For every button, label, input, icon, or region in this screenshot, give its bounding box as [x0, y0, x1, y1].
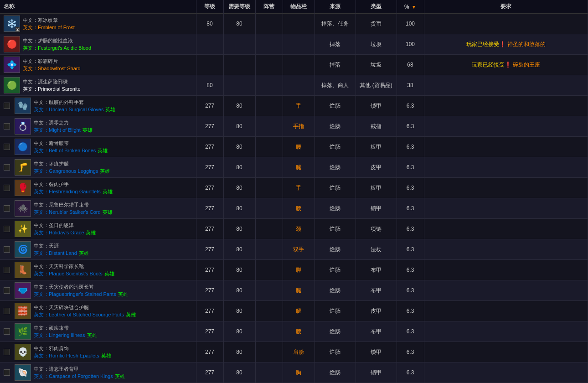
item-slot [283, 55, 315, 75]
require-link[interactable]: 碎裂的王座 [513, 62, 540, 68]
hero-badge: 英雄 [79, 250, 89, 256]
item-team [255, 34, 283, 55]
item-source: 烂肠 [315, 362, 356, 383]
item-names: 中文：圣日的恩泽 英文：Holiday's Grace英雄 [34, 222, 96, 236]
item-pct: 6.3 [397, 342, 424, 362]
item-checkbox[interactable] [4, 144, 10, 150]
item-cn-name: 中文：炉肠的酸性血液 [23, 37, 91, 44]
table-row: 🧤 中文：航脏的外科手套 英文：Unclean Surgical Gloves英… [0, 96, 588, 116]
item-name-cell: 👢 中文：天灾科学家长靴 英文：Plague Scientist's Boots… [0, 260, 196, 280]
item-cell: 🥊 中文：裂肉护手 英文：Fleshrending Gauntlets英雄 [4, 180, 192, 196]
item-cn-name: 中文：源生萨隆邪珠 [23, 78, 81, 85]
item-slot: 腿 [283, 157, 315, 178]
item-pct: 38 [397, 75, 424, 96]
item-slot: 腰 [283, 321, 315, 342]
item-team [255, 178, 283, 198]
item-icon: 👢 [15, 262, 31, 278]
item-source: 烂肠 [315, 260, 356, 280]
item-checkbox[interactable] [4, 287, 10, 294]
item-cn-name: 中文：尼鲁巴尔猎手束带 [34, 202, 113, 208]
item-require [424, 96, 588, 116]
pct-text: 6.3 [407, 185, 414, 191]
table-row: 🩲 中文：天灾使者的污斑长裤 英文：Plaguebringer's Staine… [0, 280, 588, 301]
pct-text: 6.3 [407, 103, 414, 109]
type-text: 皮甲 [371, 164, 382, 171]
item-names: 中文：天灾碎块缝合护腿 英文：Leather of Stitched Scour… [34, 304, 136, 318]
item-en-name: 英文：Plague Scientist's Boots英雄 [34, 270, 114, 277]
item-names: 中文：顽疾束带 英文：Lingering Illness英雄 [34, 325, 97, 339]
item-icon: 🔴 [4, 36, 20, 52]
item-require: 玩家已经接受❗ 碎裂的王座 [424, 55, 588, 75]
item-checkbox[interactable] [4, 226, 10, 232]
item-checkbox[interactable] [4, 185, 10, 191]
item-cell: ❄️ 2 中文：寒冰纹章 英文：Emblem of Frost [4, 16, 192, 32]
source-text: 烂肠 [330, 308, 340, 314]
item-source: 烂肠 [315, 239, 356, 260]
hero-badge: 英雄 [105, 107, 115, 112]
item-source: 烂肠 [315, 342, 356, 362]
item-pct: 100 [397, 14, 424, 34]
item-icon: 🧱 [15, 303, 31, 319]
item-team [255, 116, 283, 137]
item-name-cell: 🟢 中文：源生萨隆邪珠 英文：Primordial Saronite [0, 75, 196, 96]
item-source: 烂肠 [315, 301, 356, 321]
item-name-cell: 💍 中文：凋零之力 英文：Might of Blight英雄 [0, 116, 196, 137]
item-cn-name: 中文：天涯 [34, 243, 89, 249]
item-req-level: 80 [223, 362, 255, 383]
item-en-name: 英文：Belt of Broken Bones英雄 [34, 147, 108, 154]
source-text: 掉落 [330, 41, 340, 47]
item-checkbox[interactable] [4, 328, 10, 335]
slot-text: 手 [296, 185, 301, 191]
item-checkbox[interactable] [4, 246, 10, 253]
item-checkbox[interactable] [4, 103, 10, 109]
item-pct: 6.3 [397, 362, 424, 383]
item-name-cell: 🧤 中文：航脏的外科手套 英文：Unclean Surgical Gloves英… [0, 96, 196, 116]
item-source: 掉落 [315, 34, 356, 55]
slot-text: 腰 [296, 328, 301, 335]
type-text: 锁甲 [371, 205, 382, 212]
item-pct: 6.3 [397, 301, 424, 321]
type-text: 布甲 [371, 267, 382, 273]
item-slot: 手 [283, 178, 315, 198]
item-req-level [223, 55, 255, 75]
hero-badge: 英雄 [103, 189, 113, 194]
item-checkbox[interactable] [4, 308, 10, 314]
source-text: 烂肠 [330, 267, 340, 273]
item-level: 277 [196, 96, 223, 116]
type-text: 其他 (贸易品) [360, 82, 392, 88]
item-team [255, 75, 283, 96]
table-row: 🔵 中文：断骨腰带 英文：Belt of Broken Bones英雄 2778… [0, 137, 588, 157]
item-pct: 6.3 [397, 137, 424, 157]
item-slot: 双手 [283, 239, 315, 260]
pct-text: 6.3 [407, 267, 414, 273]
item-names: 中文：尼鲁巴尔猎手束带 英文：Nerub'ar Stalker's Cord英雄 [34, 202, 113, 216]
item-type: 其他 (贸易品) [356, 75, 397, 96]
item-checkbox[interactable] [4, 123, 10, 129]
item-icon: 🟢 [4, 77, 20, 93]
item-names: 中文：邪肉肩饰 英文：Horrific Flesh Epaulets英雄 [34, 345, 111, 359]
item-checkbox[interactable] [4, 205, 10, 212]
item-req-level: 80 [223, 178, 255, 198]
item-level [196, 55, 223, 75]
item-checkbox[interactable] [4, 349, 10, 355]
item-cn-name: 中文：裂肉护手 [34, 181, 113, 188]
item-require [424, 362, 588, 383]
table-row: 🌀 中文：天涯 英文：Distant Land英雄 27780双手烂肠法杖6.3 [0, 239, 588, 260]
require-link[interactable]: 神圣的和堕落的 [507, 41, 546, 47]
item-en-name: 英文：Might of Blight英雄 [34, 127, 93, 134]
item-checkbox[interactable] [4, 267, 10, 273]
header-slot: 物品栏 [283, 0, 315, 14]
source-text: 掉落、任务 [321, 21, 349, 27]
item-checkbox[interactable] [4, 369, 10, 376]
item-team [255, 96, 283, 116]
item-icon: 🕷️ [15, 200, 31, 217]
item-require [424, 198, 588, 219]
item-team [255, 321, 283, 342]
item-req-level: 80 [223, 239, 255, 260]
item-type: 货币 [356, 14, 397, 34]
item-req-level: 80 [223, 219, 255, 239]
item-icon: ✨ [15, 221, 31, 237]
slot-text: 肩膀 [293, 349, 304, 355]
item-type: 布甲 [356, 321, 397, 342]
item-checkbox[interactable] [4, 164, 10, 171]
